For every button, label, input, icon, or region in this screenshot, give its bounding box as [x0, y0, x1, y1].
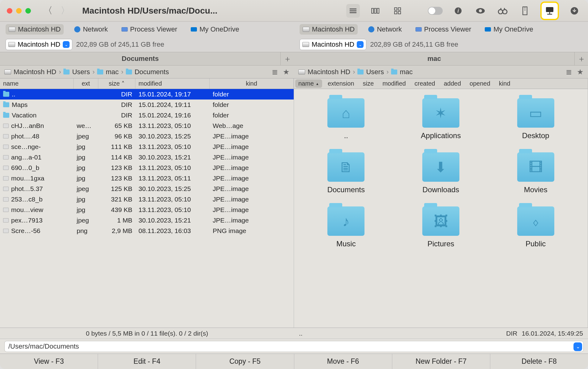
- col-name[interactable]: name▲: [295, 79, 322, 88]
- right-panel: name▲extensionsizemodifiedcreatedaddedop…: [294, 78, 588, 328]
- cell-ext: jpg: [74, 175, 98, 182]
- svg-line-16: [501, 8, 501, 10]
- folder-item[interactable]: ⬨Public: [517, 206, 554, 248]
- folder-item[interactable]: ✶Applications: [421, 98, 461, 140]
- col-created[interactable]: created: [410, 78, 440, 89]
- col-kind[interactable]: kind: [495, 78, 515, 89]
- toggle-switch[interactable]: [428, 7, 443, 15]
- fn-button[interactable]: Move - F6: [294, 354, 392, 369]
- cell-size: 2,9 MB: [98, 227, 135, 235]
- fn-button[interactable]: View - F3: [0, 354, 98, 369]
- folder-item[interactable]: 🖼Pictures: [422, 206, 459, 248]
- file-row[interactable]: phot…5.37jpeg125 KB30.10.2023, 15:25JPE……: [0, 184, 294, 194]
- path-input[interactable]: /Users/mac/Documents ⌄: [4, 341, 584, 352]
- file-row[interactable]: Scre…-56png2,9 MB08.11.2023, 16:03PNG im…: [0, 226, 294, 236]
- favorite-item[interactable]: Process Viewer: [118, 24, 180, 35]
- icon-view-right[interactable]: ⌂..✶Applications▭Desktop🗎Documents⬇Downl…: [294, 89, 588, 328]
- favorite-item[interactable]: Macintosh HD: [6, 24, 64, 35]
- drive-selector-left[interactable]: Macintosh HD ⌄: [6, 39, 72, 50]
- network-share-icon[interactable]: [540, 2, 559, 20]
- file-name: Scre…-56: [11, 227, 40, 235]
- fn-button[interactable]: Edit - F4: [98, 354, 196, 369]
- close-button[interactable]: [7, 8, 12, 14]
- folder-item[interactable]: 🗎Documents: [327, 152, 365, 194]
- cell-size: 96 KB: [98, 133, 135, 140]
- col-kind[interactable]: kind: [210, 78, 294, 89]
- add-tab-right[interactable]: ＋: [574, 52, 588, 65]
- folder-label: Applications: [421, 131, 461, 140]
- fn-button[interactable]: Copy - F5: [196, 354, 294, 369]
- free-space-left: 202,89 GB of 245,11 GB free: [76, 40, 164, 49]
- maximize-button[interactable]: [25, 8, 31, 14]
- file-row[interactable]: mou…1gxajpg123 KB13.11.2023, 05:11JPE…im…: [0, 173, 294, 184]
- favorite-item[interactable]: Network: [71, 24, 111, 35]
- file-row[interactable]: cHJ…anBnwe…65 KB13.11.2023, 05:10Web…age: [0, 121, 294, 131]
- file-row[interactable]: ..DIR15.01.2024, 19:17folder: [0, 89, 294, 100]
- add-tab-left[interactable]: ＋: [280, 52, 294, 65]
- fn-button[interactable]: Delete - F8: [490, 354, 588, 369]
- col-name[interactable]: name: [0, 78, 74, 89]
- folder-item[interactable]: ▭Desktop: [517, 98, 554, 140]
- file-row[interactable]: ang…a-01jpg114 KB30.10.2023, 15:21JPE…im…: [0, 152, 294, 163]
- forward-button[interactable]: 〉: [61, 4, 70, 17]
- cell-modified: 13.11.2023, 05:10: [135, 196, 210, 203]
- preview-icon[interactable]: [474, 4, 487, 18]
- path-dropdown-icon[interactable]: ⌄: [573, 342, 582, 351]
- favorite-item[interactable]: Network: [365, 24, 405, 35]
- file-row[interactable]: MapsDIR15.01.2024, 19:11folder: [0, 100, 294, 110]
- breadcrumb-segment[interactable]: mac: [106, 68, 119, 76]
- folder-item[interactable]: ♪Music: [327, 206, 364, 248]
- monitor-icon: [121, 27, 128, 32]
- star-icon[interactable]: ★: [577, 68, 584, 76]
- file-row[interactable]: phot….48jpeg96 KB30.10.2023, 15:25JPE…im…: [0, 131, 294, 142]
- file-row[interactable]: pex…7913jpeg1 MB30.10.2023, 15:21JPE…ima…: [0, 215, 294, 226]
- fn-button[interactable]: New Folder - F7: [392, 354, 490, 369]
- archive-icon[interactable]: [518, 4, 532, 18]
- breadcrumb-segment[interactable]: Users: [72, 68, 90, 76]
- file-icon: [3, 197, 9, 201]
- folder-item[interactable]: ⌂..: [327, 98, 364, 140]
- breadcrumb-segment[interactable]: Documents: [134, 68, 169, 76]
- file-row[interactable]: VacationDIR15.01.2024, 19:16folder: [0, 110, 294, 121]
- minimize-button[interactable]: [16, 8, 22, 14]
- favorites-bar: Macintosh HDNetworkProcess ViewerMy OneD…: [0, 22, 588, 37]
- col-modified[interactable]: modified: [135, 78, 210, 89]
- folder-item[interactable]: 🎞Movies: [517, 152, 554, 194]
- tab-left[interactable]: Documents: [0, 52, 280, 65]
- favorite-item[interactable]: My OneDrive: [482, 24, 536, 35]
- view-grid-icon[interactable]: [391, 4, 404, 18]
- file-list-left[interactable]: ..DIR15.01.2024, 19:17folderMapsDIR15.01…: [0, 89, 294, 328]
- list-toggle-icon[interactable]: ≣: [566, 68, 572, 76]
- col-size[interactable]: size: [359, 78, 378, 89]
- view-list-icon[interactable]: [346, 4, 360, 18]
- drive-selector-right[interactable]: Macintosh HD ⌄: [300, 39, 366, 50]
- favorite-item[interactable]: My OneDrive: [188, 24, 242, 35]
- file-row[interactable]: sce…nge-jpg111 KB13.11.2023, 05:10JPE…im…: [0, 142, 294, 152]
- col-modified[interactable]: modified: [378, 78, 410, 89]
- breadcrumb-segment[interactable]: mac: [400, 68, 413, 76]
- file-row[interactable]: mou…viewjpg439 KB13.11.2023, 05:10JPE…im…: [0, 205, 294, 215]
- col-ext[interactable]: ext: [74, 78, 98, 89]
- star-icon[interactable]: ★: [283, 68, 290, 76]
- col-opened[interactable]: opened: [465, 78, 495, 89]
- breadcrumb-segment[interactable]: Users: [366, 68, 384, 76]
- download-icon[interactable]: [568, 4, 581, 18]
- binoculars-icon[interactable]: [496, 4, 509, 18]
- breadcrumb-segment[interactable]: Macintosh HD: [308, 68, 350, 76]
- favorite-item[interactable]: Process Viewer: [412, 24, 474, 35]
- info-icon[interactable]: i: [451, 4, 465, 18]
- breadcrumb-segment[interactable]: Macintosh HD: [14, 68, 56, 76]
- back-button[interactable]: 〈: [43, 4, 53, 17]
- file-row[interactable]: 690…0_bjpg123 KB13.11.2023, 05:10JPE…ima…: [0, 163, 294, 173]
- favorite-item[interactable]: Macintosh HD: [300, 24, 358, 35]
- col-size[interactable]: size˄: [98, 78, 135, 89]
- col-added[interactable]: added: [439, 78, 465, 89]
- cell-modified: 30.10.2023, 15:21: [135, 154, 210, 161]
- col-extension[interactable]: extension: [323, 78, 359, 89]
- folder-item[interactable]: ⬇Downloads: [422, 152, 459, 194]
- file-row[interactable]: 253…c8_bjpg321 KB13.11.2023, 05:10JPE…im…: [0, 194, 294, 205]
- view-columns-icon[interactable]: [369, 4, 382, 18]
- tab-right[interactable]: mac: [294, 52, 574, 65]
- list-toggle-icon[interactable]: ≣: [272, 68, 278, 76]
- file-name: phot…5.37: [11, 185, 43, 193]
